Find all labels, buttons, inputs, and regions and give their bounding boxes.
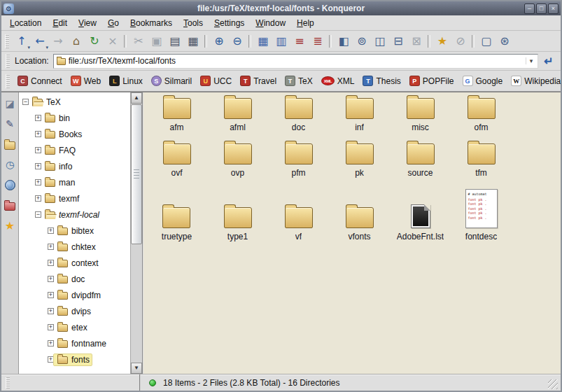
tree-row-content[interactable]: etex [54, 322, 90, 333]
bookmark-google[interactable]: G Google [458, 74, 507, 88]
detailed-list-view-button[interactable]: ≡ ▾ [290, 32, 309, 50]
sidebar-bookmarks-button[interactable]: ★ [3, 218, 17, 232]
file-item[interactable]: type1 [224, 207, 252, 241]
split-view-top-bottom-button[interactable]: ⊟ ▾ [389, 32, 407, 50]
tree-item[interactable]: fonts [19, 351, 130, 368]
file-item[interactable]: # automatfont pk .font pk .font pk .font… [465, 189, 498, 241]
tree-expander-icon[interactable] [22, 99, 29, 105]
split-view-left-right-button[interactable]: ◫ ▾ [371, 32, 389, 50]
multicolumn-view-button[interactable]: ▥ ▾ [272, 32, 290, 50]
sidebar-config-button[interactable]: ◪ [3, 97, 17, 111]
find-file-button[interactable]: ⊚ ▾ [353, 32, 371, 50]
bookmark-popfile[interactable]: P POPFile [405, 74, 458, 88]
up-button[interactable]: ↑ ▾ [13, 32, 31, 50]
tree-row-content[interactable]: doc [54, 274, 87, 285]
tree-item[interactable]: dvips [19, 303, 130, 319]
bookmark-toolbar-handle[interactable] [6, 74, 10, 88]
new-window-button[interactable]: ▢ ▾ [477, 32, 496, 50]
tree-row-content[interactable]: bin [41, 113, 72, 124]
tree-expander-icon[interactable] [35, 179, 41, 186]
tree-expander-icon[interactable] [48, 244, 54, 250]
tree-expander-icon[interactable] [35, 131, 41, 137]
tree-row-content[interactable]: man [41, 177, 77, 188]
statusbar-handle[interactable] [6, 377, 10, 388]
file-item[interactable]: vf [285, 207, 313, 241]
bookmark-connect[interactable]: C Connect [13, 74, 66, 88]
file-item[interactable]: afml [224, 98, 252, 132]
bookmark-linux[interactable]: L Linux [105, 74, 147, 88]
text-view-button[interactable]: ≣ ▾ [309, 32, 327, 50]
tree-item[interactable]: chktex [19, 239, 130, 255]
titlebar[interactable]: ⚙ file:/usr/TeX/texmf-local/fonts - Konq… [1, 1, 561, 15]
tree-expander-icon[interactable] [35, 211, 41, 218]
tree-row-content[interactable]: texmf [41, 193, 81, 204]
bookmark-silmaril[interactable]: S Silmaril [147, 74, 196, 88]
file-item[interactable]: ovf [163, 144, 191, 178]
print-button[interactable]: ▦ ▾ [184, 32, 202, 50]
menu-item[interactable]: Help [291, 16, 320, 30]
menu-item[interactable]: Tools [178, 16, 209, 30]
tree-expander-icon[interactable] [48, 340, 54, 346]
tree-expander-icon[interactable] [35, 195, 41, 202]
tree-expander-icon[interactable] [48, 292, 54, 298]
reload-button[interactable]: ↻ ▾ [85, 32, 104, 50]
tree-row-content[interactable]: Books [41, 129, 84, 140]
bookmark-tex[interactable]: T TeX [281, 74, 317, 88]
go-button[interactable]: ↵ [540, 52, 558, 69]
tree-item[interactable]: texmf-local [19, 206, 130, 223]
tree-expander-icon[interactable] [48, 260, 54, 266]
forward-button[interactable]: → ▾ [49, 32, 67, 50]
scrollbar-thumb[interactable] [131, 104, 142, 244]
tree-item[interactable]: man [19, 174, 130, 190]
file-item[interactable]: source [407, 144, 435, 178]
bookmark-thesis[interactable]: T Thesis [358, 74, 405, 88]
cut-button[interactable]: ✂ ▾ [129, 32, 148, 50]
file-item[interactable]: vfonts [346, 207, 374, 241]
file-item[interactable]: doc [285, 98, 313, 132]
tree-expander-icon[interactable] [48, 308, 54, 314]
tree-item[interactable]: TeX [19, 94, 130, 110]
tree-item[interactable]: bibtex [19, 223, 130, 239]
paste-button[interactable]: ▤ ▾ [166, 32, 184, 50]
sidebar-home-button[interactable] [3, 137, 17, 151]
zoom-out-button[interactable]: ⊖ ▾ [228, 32, 246, 50]
konqueror-app-icon[interactable]: ⚙ [3, 4, 14, 14]
tree-item[interactable]: texmf [19, 190, 130, 206]
tree-row-content[interactable]: context [54, 258, 101, 269]
tree-expander-icon[interactable] [35, 163, 41, 169]
tree-expander-icon[interactable] [48, 227, 54, 234]
tree-item[interactable]: FAQ [19, 142, 130, 158]
bookmark-wikipedia[interactable]: W Wikipedia [507, 74, 562, 88]
bookmark-page-button[interactable]: ★ ▾ [433, 32, 451, 50]
location-input[interactable] [69, 56, 526, 66]
tree-expander-icon[interactable] [48, 324, 54, 330]
tree-row-content[interactable]: info [41, 161, 74, 172]
scroll-up-button[interactable]: ▲ [131, 92, 142, 104]
menu-item[interactable]: Window [250, 16, 291, 30]
tree-scrollbar[interactable]: ▲ ▼ [130, 92, 142, 374]
menu-item[interactable]: Edit [47, 16, 73, 30]
menu-item[interactable]: Go [102, 16, 125, 30]
show-navigation-panel-button[interactable]: ◧ ▾ [335, 32, 353, 50]
tree-item[interactable]: etex [19, 319, 130, 335]
close-button[interactable]: × [548, 4, 559, 14]
copy-button[interactable]: ▣ ▾ [148, 32, 166, 50]
tree-expander-icon[interactable] [35, 115, 41, 121]
tree-item[interactable]: fontname [19, 335, 130, 351]
file-item[interactable]: tfm [468, 144, 496, 178]
file-item[interactable]: pfm [285, 144, 313, 178]
bookmark-travel[interactable]: T Travel [236, 74, 281, 88]
tree-row-content[interactable]: TeX [29, 97, 63, 108]
tree-item[interactable]: Books [19, 126, 130, 142]
sidebar-annotate-button[interactable]: ✎ [3, 117, 17, 131]
file-item[interactable]: inf [346, 98, 374, 132]
location-toolbar-handle[interactable] [6, 54, 10, 68]
tree-row-content[interactable]: chktex [54, 241, 98, 253]
tree-row-content[interactable]: texmf-local [41, 209, 101, 220]
file-item[interactable]: ofm [468, 98, 496, 132]
tree-row-content[interactable]: bibtex [54, 225, 96, 237]
security-button[interactable]: ⊘ ▾ [451, 32, 470, 50]
icon-view-button[interactable]: ▦ ▾ [254, 32, 272, 50]
sidebar-network-button[interactable] [3, 178, 17, 192]
resize-grip[interactable] [548, 379, 558, 389]
